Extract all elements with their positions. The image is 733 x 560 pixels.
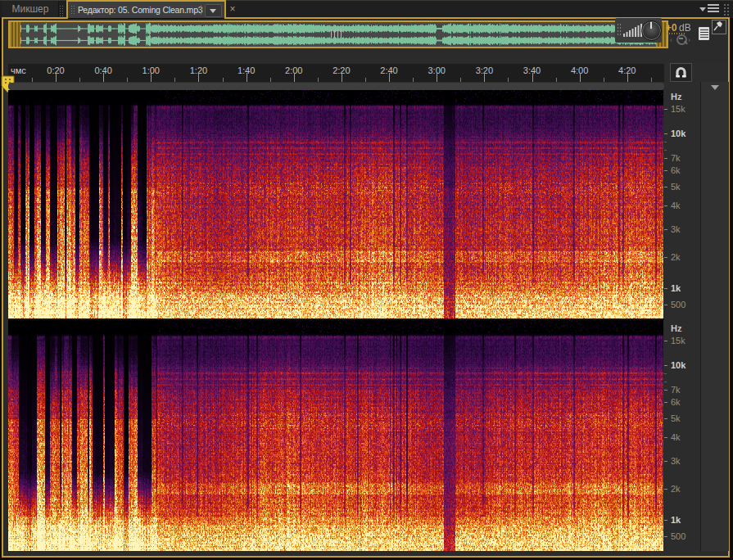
time-ruler[interactable]: чмс 0:200:401:001:201:402:002:202:403:00… [8, 64, 664, 82]
freq-label: 1k [671, 515, 681, 525]
freq-tick [664, 365, 667, 366]
freq-label: 10k [671, 360, 685, 370]
minor-tick [127, 78, 128, 82]
freq-minor-tick [664, 373, 667, 374]
freq-label: 4k [671, 432, 681, 442]
freq-minor-tick [664, 142, 667, 142]
major-tick [342, 73, 342, 82]
freq-label: 2k [671, 252, 681, 262]
freq-tick [664, 418, 667, 419]
minor-tick [413, 78, 414, 82]
freq-tick [664, 390, 667, 391]
freq-label: 2k [671, 484, 681, 494]
gain-knob-pointer [650, 22, 652, 29]
tab-close-button[interactable]: × [227, 2, 238, 16]
freq-unit-label: Hz [671, 92, 681, 102]
overview-left-handle[interactable] [10, 22, 20, 47]
chevron-down-icon [210, 9, 216, 13]
spectrogram-right-channel[interactable] [8, 320, 663, 551]
panel-grip-icon [723, 3, 730, 18]
freq-label: 7k [671, 153, 681, 163]
freq-label: 15k [671, 104, 685, 114]
focus-border-tab-right [224, 0, 226, 19]
minor-tick [508, 78, 509, 82]
freq-label: 500 [671, 300, 685, 309]
freq-unit-label: Hz [671, 323, 681, 333]
major-tick [151, 73, 152, 82]
minor-tick [270, 78, 271, 82]
freq-label: 3k [671, 224, 681, 234]
freq-label: 5k [671, 413, 681, 423]
freq-label: 500 [671, 531, 685, 541]
audition-editor-panel: Микшер Редактор: 05. Coming Clean.mp3 × … [0, 0, 733, 560]
freq-minor-tick [664, 382, 667, 382]
pin-button[interactable] [712, 20, 726, 34]
horizontal-scrollbar-grip-icon[interactable] [357, 84, 378, 88]
freq-label: 6k [671, 165, 681, 175]
minor-tick [79, 78, 80, 82]
snap-button[interactable] [670, 63, 692, 82]
minor-tick [460, 78, 461, 82]
major-tick [198, 73, 199, 82]
freq-label: 7k [671, 385, 681, 395]
panel-menu-button[interactable] [699, 4, 721, 16]
major-tick [294, 73, 295, 82]
minor-tick [174, 78, 175, 82]
freq-tick [664, 229, 667, 230]
major-tick [389, 73, 390, 82]
freq-tick [664, 288, 667, 289]
minor-tick [32, 78, 33, 82]
chevron-down-icon [711, 85, 719, 90]
tab-editor-label: Редактор: 05. Coming Clean.mp3 [78, 2, 202, 18]
freq-tick [664, 205, 667, 206]
tab-separator [201, 5, 201, 15]
freq-tick [664, 109, 667, 110]
tab-drag-grip-icon[interactable] [59, 5, 65, 16]
freq-tick [664, 536, 667, 537]
freq-label: 15k [671, 336, 685, 345]
chevron-down-icon [699, 7, 706, 11]
horizontal-scrollbar[interactable] [8, 83, 664, 90]
gain-value[interactable]: +0 [666, 22, 677, 34]
pin-icon [713, 20, 724, 32]
focus-border-left [2, 17, 3, 558]
focus-border-top-left [2, 17, 67, 19]
freq-tick [664, 489, 667, 490]
overview-grip-icon[interactable] [331, 29, 342, 38]
freq-tick [664, 341, 667, 341]
freq-tick [664, 461, 667, 462]
major-tick [532, 73, 533, 82]
freq-tick [664, 402, 667, 403]
major-tick [56, 73, 57, 82]
major-tick [437, 73, 437, 82]
zoom-right-arrow-icon: › [688, 36, 690, 44]
minor-tick [651, 78, 652, 82]
tab-dropdown-button[interactable] [205, 4, 222, 17]
freq-tick [664, 170, 667, 171]
focus-border-bottom [2, 556, 730, 558]
freq-minor-tick [664, 150, 667, 151]
freq-tick [664, 437, 667, 438]
list-icon[interactable] [699, 27, 709, 40]
minor-tick [318, 78, 319, 82]
freq-label: 10k [671, 129, 685, 138]
minor-tick [223, 78, 224, 82]
freq-label: 5k [671, 182, 681, 192]
tab-mixer[interactable]: Микшер [2, 1, 59, 18]
freq-label: 4k [671, 201, 681, 210]
channel-divider [8, 318, 728, 320]
tab-mixer-label: Микшер [12, 3, 49, 15]
freq-tick [664, 520, 667, 521]
panel-tab-bar: Микшер Редактор: 05. Coming Clean.mp3 × [0, 1, 733, 18]
freq-tick [664, 305, 667, 305]
gain-unit: dB [679, 22, 691, 34]
tab-editor[interactable]: Редактор: 05. Coming Clean.mp3 [67, 2, 224, 18]
spectrogram-left-channel[interactable] [8, 90, 663, 318]
minor-tick [365, 78, 366, 82]
freq-tick [664, 158, 667, 159]
freq-tick [664, 133, 667, 134]
minor-tick [556, 78, 557, 82]
vertical-scrollbar[interactable] [700, 82, 729, 551]
tab-grip-icon [70, 5, 75, 15]
hud-grip-icon[interactable] [617, 23, 622, 36]
